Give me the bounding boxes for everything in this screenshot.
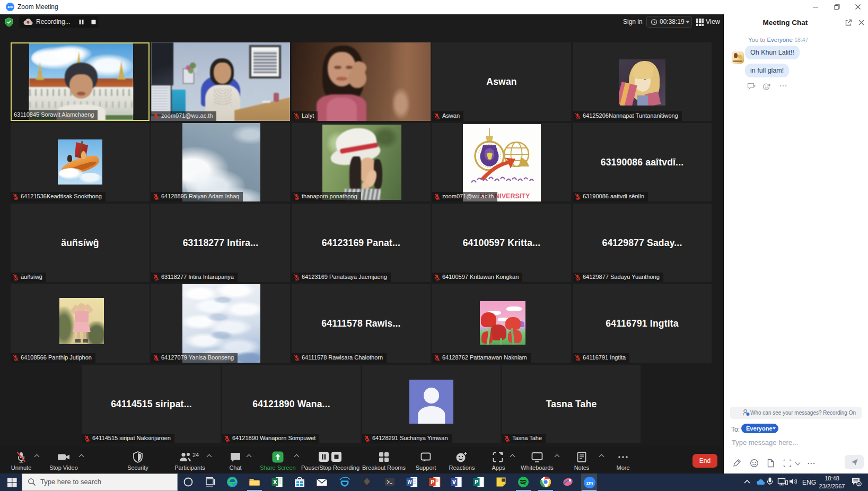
- svg-text:24: 24: [192, 452, 199, 458]
- svg-text:zm: zm: [586, 480, 593, 486]
- svg-text:2: 2: [858, 482, 861, 487]
